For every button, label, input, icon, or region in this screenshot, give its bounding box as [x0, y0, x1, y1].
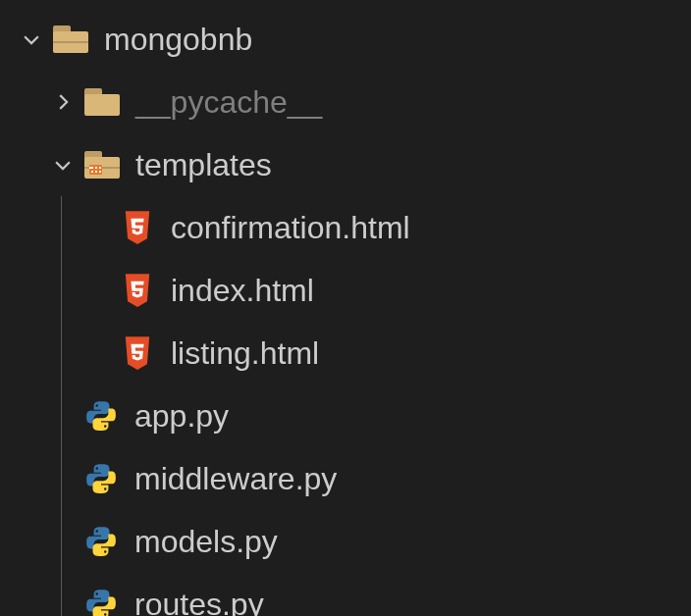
tree-item-label: mongobnb	[104, 22, 252, 58]
tree-file-routes[interactable]: routes.py	[0, 573, 691, 616]
tree-item-label: index.html	[171, 273, 314, 309]
chevron-right-icon	[45, 91, 80, 113]
folder-open-icon	[49, 26, 92, 53]
html-file-icon	[116, 210, 159, 245]
tree-item-label: listing.html	[171, 335, 319, 372]
tree-folder-templates[interactable]: templates	[0, 133, 691, 196]
tree-file-models[interactable]: models.py	[0, 510, 691, 573]
tree-file-confirmation[interactable]: confirmation.html	[0, 196, 691, 259]
tree-folder-pycache[interactable]: __pycache__	[0, 71, 691, 133]
tree-item-label: models.py	[134, 524, 278, 560]
html-file-icon	[116, 335, 159, 371]
tree-file-index[interactable]: index.html	[0, 259, 691, 322]
tree-file-app[interactable]: app.py	[0, 385, 691, 447]
html-file-icon	[116, 273, 159, 308]
tree-item-label: routes.py	[134, 587, 264, 617]
tree-item-label: app.py	[134, 398, 229, 435]
python-file-icon	[80, 399, 123, 433]
tree-folder-root[interactable]: mongobnb	[0, 8, 691, 71]
tree-item-label: confirmation.html	[171, 210, 410, 246]
tree-file-listing[interactable]: listing.html	[0, 322, 691, 385]
python-file-icon	[80, 588, 123, 616]
folder-icon	[80, 88, 124, 116]
tree-file-middleware[interactable]: middleware.py	[0, 447, 691, 510]
folder-special-icon	[80, 151, 124, 179]
python-file-icon	[80, 462, 123, 495]
tree-item-label: templates	[135, 147, 272, 183]
chevron-down-icon	[14, 28, 49, 50]
python-file-icon	[80, 525, 123, 558]
tree-item-label: middleware.py	[134, 461, 337, 497]
tree-item-label: __pycache__	[135, 84, 322, 121]
chevron-down-icon	[45, 154, 80, 176]
